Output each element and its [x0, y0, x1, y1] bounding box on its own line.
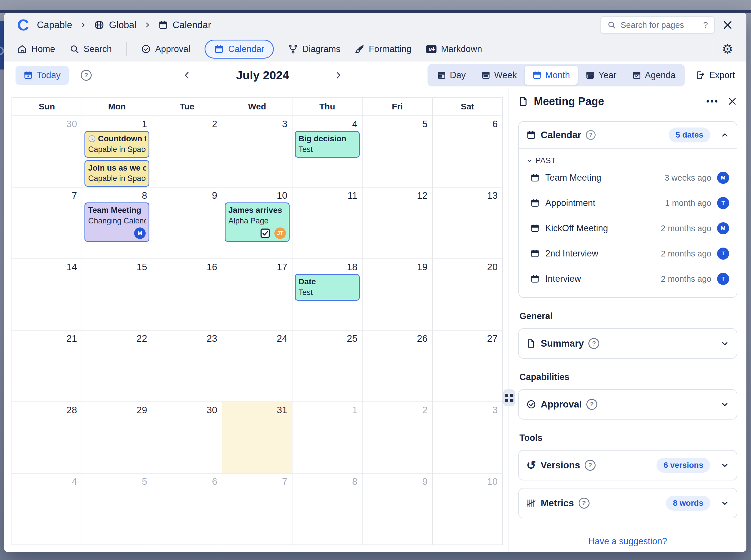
day-cell[interactable]: 8 [293, 474, 362, 545]
day-cell[interactable]: 5 [82, 474, 152, 545]
page-search[interactable]: ? [600, 16, 715, 34]
chevron-down-icon[interactable] [720, 400, 729, 409]
calendar-event-big-decision[interactable]: Big decisionTest [295, 131, 360, 157]
day-cell[interactable]: 5 [362, 116, 433, 187]
calendar-event-james-arrives[interactable]: James arrivesAlpha PageJT [225, 202, 290, 241]
day-cell[interactable]: 2 [152, 116, 222, 187]
calendar-event-join-us[interactable]: Join us as we cou...Capable in Space L..… [84, 160, 150, 187]
day-cell[interactable]: 28 [12, 402, 82, 474]
gear-icon[interactable]: ⚙ [722, 43, 733, 56]
breadcrumb-global[interactable]: Global [94, 20, 136, 31]
breadcrumb-capable[interactable]: Capable [37, 20, 72, 31]
nav-item-markdown[interactable]: M Markdown [426, 44, 482, 54]
day-cell[interactable]: 11 [293, 187, 362, 259]
panel-close-icon[interactable] [728, 97, 737, 106]
calendar-event-date-event[interactable]: DateTest [295, 274, 360, 300]
chevron-up-icon[interactable] [720, 131, 729, 139]
view-agenda-button[interactable]: Agenda [624, 66, 684, 85]
calendar-icon [214, 44, 224, 54]
day-cell[interactable]: 13 [433, 187, 503, 259]
more-options-icon[interactable]: ••• [706, 97, 719, 106]
day-cell[interactable]: 17 [222, 259, 293, 331]
calendar-card-header[interactable]: Calendar ? 5 dates [519, 122, 737, 148]
day-cell[interactable]: 25 [293, 331, 362, 402]
next-month-icon[interactable] [333, 71, 343, 80]
nav-item-diagrams[interactable]: Diagrams [288, 44, 340, 54]
versions-card-header[interactable]: ↺ Versions ? 6 versions [519, 451, 737, 480]
chevron-down-icon[interactable] [720, 499, 729, 507]
help-icon[interactable]: ? [586, 399, 597, 410]
day-cell[interactable]: 27 [433, 331, 503, 402]
meeting-row[interactable]: Interview2 months agoT [526, 266, 729, 292]
calendar-event-countdown[interactable]: Countdown to ...Capable in Space L... [84, 131, 150, 157]
suggestion-link[interactable]: Have a suggestion? [588, 536, 667, 546]
day-cell[interactable]: 20 [433, 259, 503, 331]
day-cell[interactable]: 3 [433, 402, 503, 474]
chevron-down-icon[interactable] [720, 461, 729, 469]
checkbox-checked-icon[interactable] [260, 228, 270, 238]
day-cell[interactable]: 14 [12, 259, 82, 331]
day-cell[interactable]: 6 [433, 116, 503, 187]
chevron-down-icon[interactable] [720, 339, 729, 348]
view-day-button[interactable]: Day [429, 66, 473, 85]
day-cell[interactable]: 7 [222, 474, 293, 545]
day-cell[interactable]: 24 [222, 331, 293, 402]
help-icon[interactable]: ? [586, 130, 596, 140]
day-cell[interactable]: 29 [82, 402, 152, 474]
panel-resize-handle[interactable] [503, 389, 515, 406]
view-month-button[interactable]: Month [525, 66, 578, 85]
today-button[interactable]: Today [16, 66, 69, 85]
capable-logo-icon[interactable]: C [17, 17, 28, 33]
day-cell[interactable]: 2 [362, 402, 433, 474]
day-cell[interactable]: 9 [152, 187, 222, 259]
help-icon[interactable]: ? [579, 498, 590, 508]
help-icon[interactable]: ? [81, 70, 92, 81]
day-cell[interactable]: 30 [152, 402, 222, 474]
day-cell[interactable]: 16 [152, 259, 222, 331]
help-icon[interactable]: ? [588, 338, 599, 349]
help-icon[interactable]: ? [585, 460, 596, 471]
day-cell[interactable]: 7 [12, 187, 82, 259]
export-button[interactable]: Export [695, 70, 735, 80]
nav-item-formatting[interactable]: Formatting [355, 44, 411, 54]
day-cell[interactable]: 21 [12, 331, 82, 402]
previous-month-icon[interactable] [182, 71, 192, 80]
calendar-event-team-meeting[interactable]: Team MeetingChanging Calendar ...M [84, 202, 150, 241]
breadcrumb-calendar[interactable]: Calendar [158, 20, 211, 31]
day-cell[interactable]: 8Team MeetingChanging Calendar ...M [82, 187, 152, 259]
nav-item-calendar[interactable]: Calendar [204, 40, 274, 59]
nav-item-home[interactable]: Home [17, 44, 55, 54]
day-cell[interactable]: 10 [433, 474, 503, 545]
day-cell[interactable]: 22 [82, 331, 152, 402]
view-year-button[interactable]: Year [578, 66, 624, 85]
day-cell[interactable]: 10James arrivesAlpha PageJT [222, 187, 293, 259]
day-cell[interactable]: 30 [12, 116, 82, 187]
meeting-row[interactable]: Team Meeting3 weeks agoM [526, 165, 729, 191]
day-cell[interactable]: 3 [222, 116, 293, 187]
view-week-button[interactable]: Week [473, 66, 525, 85]
meeting-row[interactable]: Appointment1 month agoT [526, 191, 729, 216]
day-cell[interactable]: 6 [152, 474, 222, 545]
day-cell-today[interactable]: 31 [222, 402, 293, 474]
day-cell[interactable]: 15 [82, 259, 152, 331]
summary-card-header[interactable]: Summary ? [519, 329, 737, 358]
day-cell[interactable]: 12 [362, 187, 433, 259]
meeting-row[interactable]: KickOff Meeting2 months agoM [526, 216, 729, 241]
approval-card-header[interactable]: Approval ? [519, 390, 737, 419]
day-cell[interactable]: 4 [12, 474, 82, 545]
day-cell[interactable]: 26 [362, 331, 433, 402]
day-cell[interactable]: 19 [362, 259, 433, 331]
past-group-toggle[interactable]: PAST [526, 156, 556, 165]
day-cell[interactable]: 1Countdown to ...Capable in Space L...Jo… [82, 116, 152, 187]
nav-item-search[interactable]: Search [70, 44, 112, 54]
day-cell[interactable]: 4Big decisionTest [293, 116, 362, 187]
close-icon[interactable] [722, 20, 733, 31]
metrics-card-header[interactable]: Metrics ? 8 words [519, 488, 737, 518]
meeting-row[interactable]: 2nd Interview2 months agoT [526, 241, 729, 266]
day-cell[interactable]: 1 [293, 402, 362, 474]
day-cell[interactable]: 18DateTest [293, 259, 362, 331]
day-cell[interactable]: 9 [362, 474, 433, 545]
search-input[interactable] [620, 20, 699, 30]
day-cell[interactable]: 23 [152, 331, 222, 402]
nav-item-approval[interactable]: Approval [141, 44, 190, 54]
